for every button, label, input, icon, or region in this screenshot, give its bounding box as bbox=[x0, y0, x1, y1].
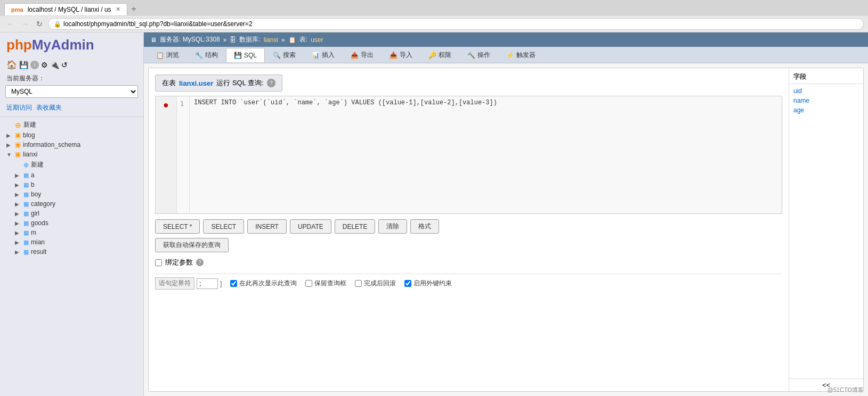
breadcrumb-table-label: 表: bbox=[299, 35, 307, 44]
tab-sql[interactable]: 💾 SQL bbox=[226, 48, 265, 62]
favorites-link[interactable]: 表收藏夹 bbox=[36, 103, 62, 112]
sidebar-item-lianxi-new[interactable]: ⊕ 新建 bbox=[0, 159, 143, 170]
settings-icon[interactable]: ⚙ bbox=[41, 61, 48, 69]
goods-expand: ▶ bbox=[15, 220, 21, 226]
sidebar-item-m[interactable]: ▶ ▦ m bbox=[0, 228, 143, 237]
update-btn[interactable]: UPDATE bbox=[290, 219, 331, 234]
girl-table-icon: ▦ bbox=[23, 210, 29, 217]
fields-header: 字段 bbox=[789, 68, 863, 84]
sidebar-item-information-schema[interactable]: ▶ ▣ information_schema bbox=[0, 140, 143, 150]
delimiter-input[interactable] bbox=[197, 278, 218, 289]
field-name[interactable]: name bbox=[793, 96, 859, 105]
sidebar-item-goods[interactable]: ▶ ▦ goods bbox=[0, 218, 143, 228]
home-icon[interactable]: 🏠 bbox=[6, 60, 17, 70]
db-icon[interactable]: 💾 bbox=[19, 61, 28, 69]
b-table-icon: ▦ bbox=[23, 182, 29, 188]
tab-export[interactable]: 📤 导出 bbox=[343, 47, 382, 63]
sidebar-item-lianxi[interactable]: ▼ ▣ lianxi bbox=[0, 150, 143, 159]
breadcrumb-table[interactable]: user bbox=[311, 36, 323, 44]
option-rollback: 完成后回滚 bbox=[355, 279, 396, 288]
bind-help-icon[interactable]: ? bbox=[196, 259, 204, 266]
autosave-btn[interactable]: 获取自动保存的查询 bbox=[155, 238, 229, 252]
info-label: information_schema bbox=[23, 141, 80, 148]
delimiter-label: 语句定界符 bbox=[155, 277, 194, 290]
boy-table-icon: ▦ bbox=[23, 191, 29, 198]
lianxi-label: lianxi bbox=[23, 151, 37, 158]
fields-list: uid name age bbox=[789, 84, 863, 378]
sidebar-item-girl[interactable]: ▶ ▦ girl bbox=[0, 209, 143, 218]
logo-text: phpMyAdmin bbox=[6, 37, 137, 53]
delimiter-group: 语句定界符 ] bbox=[155, 277, 222, 290]
sidebar-new-item[interactable]: ⊕ 新建 bbox=[0, 119, 143, 130]
format-btn[interactable]: 格式 bbox=[410, 219, 439, 234]
tab-structure[interactable]: 🔧 结构 bbox=[187, 47, 226, 63]
breadcrumb-db[interactable]: lianxi bbox=[264, 36, 278, 44]
tab-browse[interactable]: 📋 浏览 bbox=[148, 47, 187, 63]
recent-row: 近期访问 表收藏夹 bbox=[0, 101, 143, 114]
tab-privileges[interactable]: 🔑 权限 bbox=[420, 47, 459, 63]
option-retain-query: 保留查询框 bbox=[305, 279, 346, 288]
tab-import[interactable]: 📥 导入 bbox=[382, 47, 420, 63]
select-btn[interactable]: SELECT bbox=[203, 219, 244, 234]
sidebar-item-a[interactable]: ▶ ▦ a bbox=[0, 170, 143, 180]
forward-btn[interactable]: → bbox=[19, 19, 31, 29]
refresh-icon[interactable]: ↺ bbox=[61, 61, 68, 69]
sql-title-suffix: 运行 SQL 查询: bbox=[216, 78, 263, 88]
bind-checkbox[interactable] bbox=[155, 259, 162, 266]
sidebar-logo: phpMyAdmin bbox=[0, 32, 143, 57]
sidebar-item-b[interactable]: ▶ ▦ b bbox=[0, 180, 143, 189]
a-label: a bbox=[31, 171, 35, 179]
bind-row: 绑定参数 ? bbox=[155, 258, 782, 267]
field-age[interactable]: age bbox=[793, 105, 859, 115]
result-table-icon: ▦ bbox=[23, 249, 29, 255]
server-select[interactable]: MySQL bbox=[5, 85, 138, 98]
breadcrumb-sep2: » bbox=[281, 36, 285, 44]
reload-btn[interactable]: ↻ bbox=[34, 19, 45, 29]
select-star-btn[interactable]: SELECT * bbox=[155, 219, 200, 234]
tab-triggers[interactable]: ⚡ 触发器 bbox=[498, 47, 543, 63]
privileges-label: 权限 bbox=[439, 51, 451, 60]
sidebar-item-mian[interactable]: ▶ ▦ mian bbox=[0, 237, 143, 247]
tab-bar: pma localhost / MySQL / lianxi / us ✕ + bbox=[0, 0, 868, 16]
info-expand: ▶ bbox=[6, 142, 13, 148]
lianxi-new-icon: ⊕ bbox=[23, 161, 29, 169]
recent-link[interactable]: 近期访问 bbox=[6, 103, 32, 112]
clear-btn[interactable]: 清除 bbox=[378, 219, 407, 234]
rollback-checkbox[interactable] bbox=[355, 280, 362, 287]
sidebar-item-category[interactable]: ▶ ▦ category bbox=[0, 199, 143, 209]
retain-query-checkbox[interactable] bbox=[305, 280, 312, 287]
foreign-key-checkbox[interactable] bbox=[404, 280, 411, 287]
lianxi-new-label: 新建 bbox=[31, 160, 44, 169]
b-label: b bbox=[31, 181, 35, 188]
a-expand: ▶ bbox=[15, 172, 21, 178]
button-row-1: SELECT * SELECT INSERT UPDATE DELETE 清除 … bbox=[155, 219, 782, 234]
option-show-query: 在此再次显示此查询 bbox=[230, 279, 297, 288]
sql-title-container: 在表 lianxi.user 运行 SQL 查询: ? bbox=[155, 75, 282, 92]
sql-textarea[interactable]: INSERT INTO `user`(`uid`, `name`, `age`)… bbox=[190, 96, 782, 213]
sidebar-item-blog[interactable]: ▶ ▣ blog bbox=[0, 130, 143, 140]
operations-icon: 🔨 bbox=[467, 52, 475, 59]
delete-btn[interactable]: DELETE bbox=[335, 219, 376, 234]
show-query-checkbox[interactable] bbox=[230, 280, 237, 287]
plugin-icon[interactable]: 🔌 bbox=[50, 61, 59, 69]
tab-insert[interactable]: 📊 插入 bbox=[304, 47, 343, 63]
back-btn[interactable]: ← bbox=[4, 19, 16, 29]
url-bar[interactable]: 🔒 localhost/phpmyadmin/tbl_sql.php?db=li… bbox=[48, 18, 864, 30]
tab-operations[interactable]: 🔨 操作 bbox=[459, 47, 498, 63]
new-db-icon: ⊕ bbox=[15, 121, 21, 129]
sidebar-item-result[interactable]: ▶ ▦ result bbox=[0, 247, 143, 257]
active-tab[interactable]: pma localhost / MySQL / lianxi / us ✕ bbox=[4, 3, 127, 15]
info-icon[interactable]: i bbox=[30, 61, 39, 69]
bind-label: 绑定参数 bbox=[165, 258, 193, 267]
address-bar: ← → ↻ 🔒 localhost/phpmyadmin/tbl_sql.php… bbox=[0, 16, 868, 32]
insert-btn[interactable]: INSERT bbox=[247, 219, 287, 234]
tab-search[interactable]: 🔍 搜索 bbox=[265, 47, 304, 63]
sidebar-item-boy[interactable]: ▶ ▦ boy bbox=[0, 189, 143, 199]
help-icon[interactable]: ? bbox=[267, 79, 275, 87]
line-num-col: 1 bbox=[177, 96, 190, 213]
blog-db-icon: ▣ bbox=[15, 131, 21, 139]
tab-close-btn[interactable]: ✕ bbox=[116, 6, 120, 13]
field-uid[interactable]: uid bbox=[793, 86, 859, 96]
new-tab-btn[interactable]: + bbox=[127, 2, 141, 16]
m-label: m bbox=[31, 229, 36, 236]
